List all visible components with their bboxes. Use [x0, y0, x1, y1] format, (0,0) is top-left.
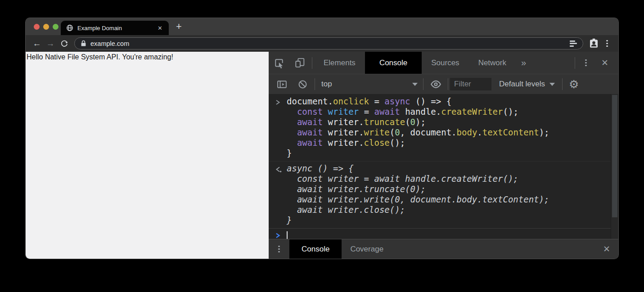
page-viewport: Hello Native File System API. You're ama…: [26, 52, 269, 259]
context-selector[interactable]: top: [317, 80, 421, 89]
context-selector-value: top: [321, 80, 332, 89]
drawer-close-icon[interactable]: ✕: [595, 239, 618, 259]
address-bar[interactable]: example.com: [74, 37, 583, 49]
console-result-entry: async () => { const writer = await handl…: [269, 162, 618, 228]
tab-network[interactable]: Network: [469, 52, 516, 74]
devtools-panel: Elements Console Sources Network » ✕: [269, 52, 618, 259]
log-level-value: Default levels: [499, 80, 545, 89]
devtools-drawer: Console Coverage ✕: [269, 239, 618, 259]
console-log[interactable]: document.onclick = async () => { const w…: [269, 94, 618, 239]
inspect-element-icon[interactable]: [269, 52, 289, 74]
settings-gear-icon[interactable]: ⚙: [569, 79, 579, 90]
console-toolbar: top Default levels: [269, 74, 618, 94]
chevron-down-icon: [549, 83, 555, 86]
scrollbar-thumb[interactable]: [612, 95, 617, 217]
back-button[interactable]: ←: [30, 37, 44, 50]
console-prompt[interactable]: [269, 228, 618, 239]
more-tabs-icon[interactable]: »: [516, 52, 531, 74]
window-zoom-button[interactable]: [53, 24, 59, 30]
new-tab-button[interactable]: +: [176, 22, 182, 31]
tab-title: Example Domain: [77, 25, 152, 31]
devtools-menu-icon[interactable]: [577, 52, 595, 74]
navigation-bar: ← → example.com: [26, 35, 618, 52]
clear-console-icon[interactable]: [292, 79, 313, 90]
tab-elements[interactable]: Elements: [314, 52, 365, 74]
return-value-arrow-icon: [275, 163, 287, 225]
browser-window: Example Domain ✕ + ← →: [26, 18, 618, 259]
filter-input[interactable]: [450, 78, 491, 90]
drawer-tab-console[interactable]: Console: [289, 239, 342, 259]
url-text: example.com: [90, 40, 129, 47]
text-cursor: [287, 231, 288, 239]
forward-button[interactable]: →: [44, 37, 57, 50]
browser-tab[interactable]: Example Domain ✕: [61, 21, 169, 35]
console-sidebar-icon[interactable]: [271, 79, 292, 90]
screen: Example Domain ✕ + ← →: [0, 0, 644, 292]
tab-sources[interactable]: Sources: [422, 52, 468, 74]
lock-icon: [81, 40, 86, 47]
traffic-lights: [34, 18, 59, 35]
devtools-close-icon[interactable]: ✕: [595, 52, 615, 74]
content-area: Hello Native File System API. You're ama…: [26, 52, 618, 259]
browser-menu-icon[interactable]: [600, 37, 614, 50]
reading-list-icon[interactable]: [570, 40, 577, 47]
console-prompt-chevron-icon: [275, 231, 287, 239]
log-level-selector[interactable]: Default levels: [499, 80, 555, 89]
live-expression-eye-icon[interactable]: [425, 79, 446, 90]
chevron-down-icon: [412, 83, 418, 86]
window-close-button[interactable]: [34, 24, 40, 30]
reload-button[interactable]: [57, 37, 71, 50]
console-input-entry: document.onclick = async () => { const w…: [269, 94, 618, 162]
window-minimize-button[interactable]: [43, 24, 49, 30]
profile-badge-icon[interactable]: [587, 37, 600, 50]
globe-favicon-icon: [66, 24, 73, 31]
device-toolbar-icon[interactable]: [289, 52, 310, 74]
tab-strip: Example Domain ✕ +: [26, 18, 618, 35]
console-scrollbar[interactable]: [611, 94, 618, 239]
console-input-chevron-icon: [275, 96, 287, 158]
drawer-tab-coverage[interactable]: Coverage: [342, 239, 392, 259]
devtools-tabbar: Elements Console Sources Network » ✕: [269, 52, 618, 74]
drawer-menu-icon[interactable]: [269, 239, 289, 259]
page-text: Hello Native File System API. You're ama…: [27, 53, 173, 61]
tab-close-icon[interactable]: ✕: [156, 24, 164, 32]
tab-console[interactable]: Console: [365, 52, 422, 74]
